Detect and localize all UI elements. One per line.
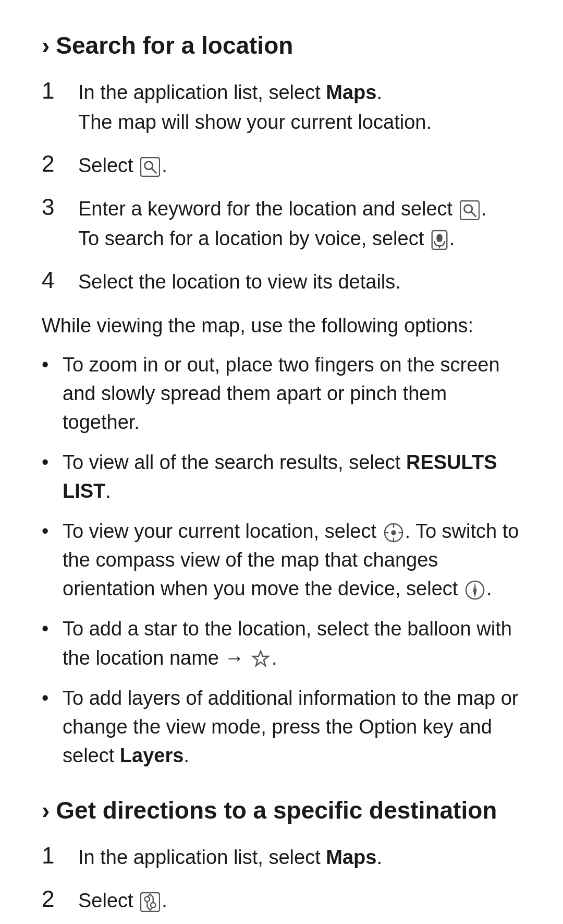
svg-rect-3 [460,201,479,220]
step-1-4: 4 Select the location to view its detail… [42,268,521,296]
step-content: Enter a keyword for the location and sel… [78,195,521,253]
step-2-1: 1 In the application list, select Maps. [42,843,521,872]
step-number: 4 [42,268,78,293]
search-icon-inline [460,200,480,220]
svg-point-18 [473,589,476,592]
bullet-item: To view your current location, select . … [42,517,521,603]
star-icon [251,650,270,668]
svg-marker-19 [253,651,268,666]
step-content: Select the location to view its details. [78,268,521,296]
chevron-icon2: › [42,796,50,824]
step-content: Select . [78,886,521,915]
bullet-item: To view all of the search results, selec… [42,448,521,506]
svg-line-2 [152,169,156,173]
search-icon [140,157,160,177]
section-directions: › Get directions to a specific destinati… [42,796,521,924]
svg-point-22 [151,903,156,908]
location-icon [384,523,403,543]
step-number: 2 [42,886,78,911]
section1-title: › Search for a location [42,31,521,59]
svg-rect-0 [141,158,160,176]
step-number: 1 [42,78,78,103]
svg-rect-7 [436,234,442,242]
svg-point-21 [145,896,150,902]
step-number: 2 [42,151,78,176]
bullet-item: To zoom in or out, place two fingers on … [42,351,521,437]
section2-title: › Get directions to a specific destinati… [42,796,521,824]
svg-line-5 [471,212,476,217]
bullet-item: To add a star to the location, select th… [42,615,521,672]
nav-icon [140,892,160,912]
svg-rect-20 [141,893,160,911]
compass-icon [465,580,485,600]
step-number: 1 [42,843,78,868]
chevron-icon: › [42,31,50,59]
step-2-2: 2 Select . [42,886,521,915]
bullet-list: To zoom in or out, place two fingers on … [42,351,521,770]
step-1-3: 3 Enter a keyword for the location and s… [42,195,521,253]
step-content: In the application list, select Maps. [78,843,521,872]
step-content: In the application list, select Maps. Th… [78,78,521,137]
step-1-2: 2 Select . [42,151,521,180]
step-content: Select . [78,151,521,180]
mic-icon [431,230,448,250]
svg-point-10 [391,530,396,535]
bullet-item: To add layers of additional information … [42,684,521,770]
step-number: 3 [42,195,78,220]
viewing-paragraph: While viewing the map, use the following… [42,311,521,340]
section-search: › Search for a location 1 In the applica… [42,31,521,770]
step-1-1: 1 In the application list, select Maps. … [42,78,521,137]
